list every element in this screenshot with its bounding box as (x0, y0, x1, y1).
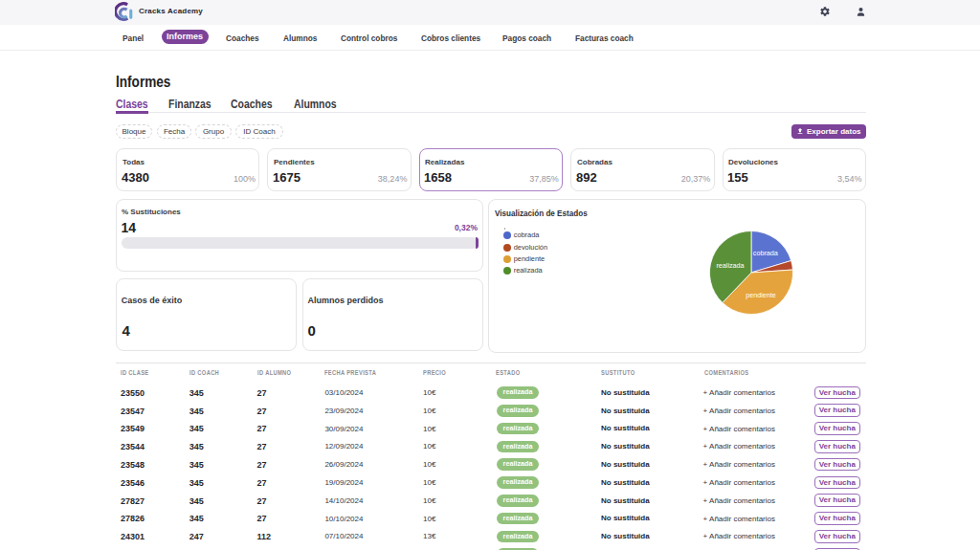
svg-text:cobrada: cobrada (753, 249, 778, 257)
svg-text:pendiente: pendiente (746, 291, 776, 299)
svg-text:realizada: realizada (716, 261, 744, 270)
